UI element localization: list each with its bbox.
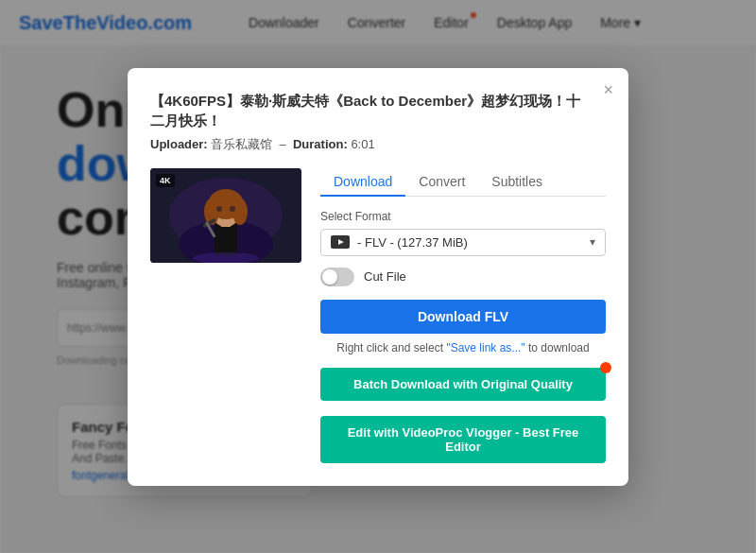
right-click-prefix: Right click and select (336, 341, 446, 354)
modal-close-button[interactable]: × (603, 81, 613, 98)
tab-download[interactable]: Download (320, 168, 405, 197)
download-flv-button[interactable]: Download FLV (320, 300, 606, 334)
modal-right-panel: Download Convert Subtitles Select Format… (320, 168, 606, 463)
svg-point-8 (232, 199, 248, 225)
editor-button[interactable]: Edit with VideoProc Vlogger - Best Free … (320, 416, 606, 463)
batch-badge-dot (600, 362, 611, 373)
svg-point-10 (230, 206, 235, 212)
batch-download-button[interactable]: Batch Download with Original Quality (320, 368, 606, 401)
tab-bar: Download Convert Subtitles (320, 168, 606, 197)
thumbnail-badge: 4K (156, 174, 175, 187)
right-click-suffix: to download (525, 341, 590, 354)
toggle-knob (322, 269, 337, 285)
duration-label: Duration: (293, 137, 348, 151)
save-link-as-link[interactable]: "Save link as..." (446, 341, 524, 354)
svg-rect-3 (215, 223, 237, 256)
format-file-icon: ▶ (331, 235, 350, 249)
format-label: Select Format (320, 210, 606, 223)
modal-dialog: × 【4K60FPS】泰勒·斯威夫特《Back to December》超梦幻现… (128, 68, 628, 486)
batch-btn-wrapper: Batch Download with Original Quality (320, 368, 606, 408)
tab-subtitles[interactable]: Subtitles (478, 168, 556, 197)
cut-file-row: Cut File (320, 268, 606, 286)
uploader-value: 音乐私藏馆 (211, 137, 272, 151)
modal-title: 【4K60FPS】泰勒·斯威夫特《Back to December》超梦幻现场！… (150, 91, 606, 130)
duration-value: 6:01 (351, 137, 374, 151)
cut-file-toggle[interactable] (320, 268, 354, 286)
modal-meta: Uploader: 音乐私藏馆 – Duration: 6:01 (150, 136, 606, 153)
svg-point-9 (216, 206, 222, 212)
format-dropdown[interactable]: ▶ - FLV - (127.37 MiB) ▾ (320, 229, 606, 256)
right-click-hint: Right click and select "Save link as..."… (320, 341, 606, 354)
format-selected-value: - FLV - (127.37 MiB) (357, 235, 590, 250)
modal-content: 4K Download Convert Subtitles Select For… (150, 168, 606, 463)
modal-overlay: × 【4K60FPS】泰勒·斯威夫特《Back to December》超梦幻现… (0, 0, 756, 553)
cut-file-label: Cut File (364, 269, 406, 284)
video-thumbnail: 4K (150, 168, 301, 263)
chevron-down-icon: ▾ (590, 235, 595, 249)
tab-convert[interactable]: Convert (405, 168, 478, 197)
uploader-label: Uploader: (150, 137, 208, 151)
